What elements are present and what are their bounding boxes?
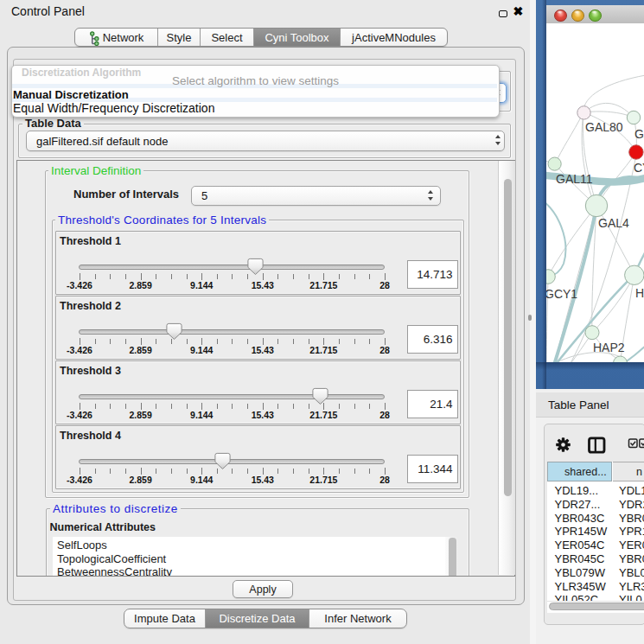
svg-text:GCY1: GCY1	[546, 287, 577, 301]
svg-text:GAL80: GAL80	[585, 120, 623, 134]
svg-text:HAP2: HAP2	[593, 341, 625, 354]
svg-text:GAL4: GAL4	[598, 216, 629, 230]
svg-text:CYC: CYC	[634, 161, 644, 175]
svg-text:GAL3: GAL3	[634, 127, 644, 141]
svg-text:GAL11: GAL11	[556, 172, 593, 186]
svg-text:HAP: HAP	[635, 286, 644, 300]
